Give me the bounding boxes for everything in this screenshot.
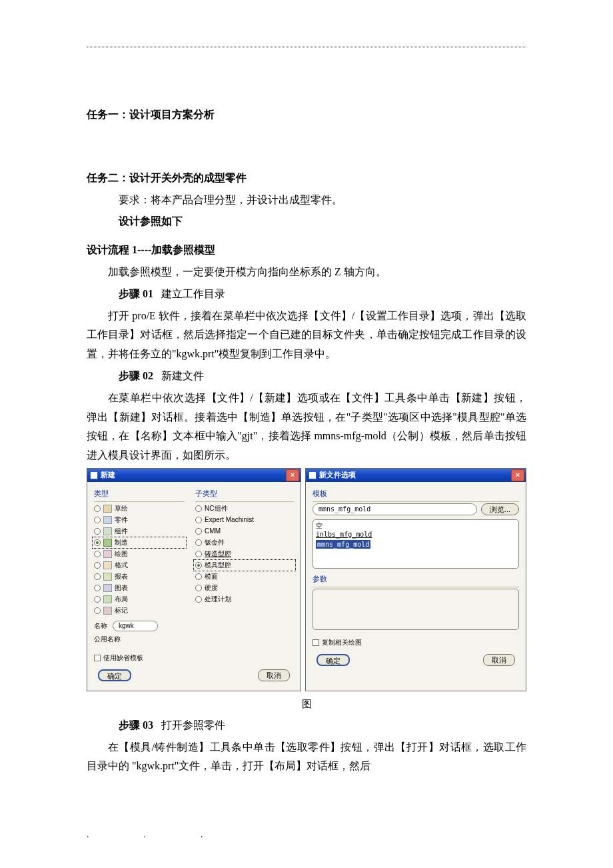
subtype-radio-row[interactable]: 处理计划 [195, 594, 294, 605]
name-row: 名称 kgwk [94, 620, 294, 632]
dialog-icon [90, 471, 98, 479]
header-divider [87, 47, 526, 47]
default-template-checkbox-row[interactable]: 使用缺省模板 [94, 652, 294, 664]
cancel-button[interactable]: 取消 [258, 669, 290, 681]
browse-button[interactable]: 浏览... [481, 503, 519, 515]
task2-requirement: 要求：将本产品合理分型，并设计出成型零件。 [87, 191, 526, 210]
subtype-radio-row[interactable]: Expert Machinist [195, 515, 294, 525]
copy-drawing-label: 复制相关绘图 [322, 637, 362, 649]
public-name-row: 公用名称 [94, 633, 294, 645]
name-label: 名称 [94, 620, 107, 632]
step03-line: 步骤 03 打开参照零件 [87, 716, 526, 735]
step03-label: 步骤 03 [119, 719, 153, 731]
type-radio-row[interactable]: 零件 [94, 515, 185, 525]
dialog-icon [308, 471, 316, 479]
content-area: 任务一：设计项目方案分析 任务二：设计开关外壳的成型零件 要求：将本产品合理分型… [87, 47, 526, 776]
template-row: mmns_mfg_mold 浏览... [312, 503, 519, 515]
type-radio-row-manufacturing[interactable]: 制造 [92, 537, 187, 549]
dialog-new-file-options: 新文件选项 × 模板 mmns_mfg_mold 浏览... 空 inlbs_m… [305, 468, 526, 691]
figures-row: 新建 × 类型 草绘 零件 组件 制造 绘图 [87, 468, 526, 691]
step01-line: 步骤 01 建立工作目录 [87, 285, 526, 304]
close-icon[interactable]: × [511, 469, 524, 481]
footer-marks: . . . [87, 826, 313, 843]
dialog-options-buttons: 确定 取消 [312, 649, 519, 669]
task1-title: 任务一：设计项目方案分析 [87, 105, 526, 125]
type-radio-row[interactable]: 布局 [94, 594, 185, 605]
step01-label: 步骤 01 [119, 288, 153, 299]
checkbox-icon[interactable] [94, 655, 101, 661]
step01-body: 打开 pro/E 软件，接着在菜单栏中依次选择【文件】/【设置工作目录】选项，弹… [87, 307, 526, 364]
dialog-new-titlebar: 新建 × [87, 469, 301, 482]
list-item[interactable]: 空 [316, 521, 516, 530]
close-icon[interactable]: × [286, 469, 299, 481]
params-group-label: 参数 [312, 573, 519, 587]
dialog-new: 新建 × 类型 草绘 零件 组件 制造 绘图 [87, 468, 301, 691]
subtype-radio-row[interactable]: CMM [195, 526, 294, 537]
dialog-new-title: 新建 [101, 469, 286, 482]
default-template-label: 使用缺省模板 [103, 652, 143, 664]
document-page: 任务一：设计项目方案分析 任务二：设计开关外壳的成型零件 要求：将本产品合理分型… [0, 0, 613, 868]
type-radio-group: 草绘 零件 组件 制造 绘图 格式 报表 图表 布局 标记 [94, 503, 185, 616]
flow1-title: 设计流程 1----加载参照模型 [87, 241, 526, 260]
task2-ref-heading: 设计参照如下 [87, 212, 526, 231]
dialog-options-titlebar: 新文件选项 × [306, 469, 526, 482]
step02-line: 步骤 02 新建文件 [87, 367, 526, 386]
template-group-label: 模板 [312, 487, 519, 502]
list-item[interactable]: inlbs_mfg_mold [316, 530, 516, 539]
step02-label: 步骤 02 [119, 370, 153, 381]
type-radio-row[interactable]: 报表 [94, 571, 185, 582]
cancel-button[interactable]: 取消 [483, 654, 515, 666]
subtype-radio-row[interactable]: 模面 [195, 571, 294, 582]
figure-caption: 图 [87, 695, 526, 713]
step03-title: 打开参照零件 [161, 719, 225, 731]
type-radio-row[interactable]: 草绘 [94, 503, 185, 514]
flow1-intro: 加载参照模型，一定要使开模方向指向坐标系的 Z 轴方向。 [87, 263, 526, 282]
footer-dot: . [201, 826, 205, 843]
template-input[interactable]: mmns_mfg_mold [312, 503, 477, 515]
subtype-radio-row[interactable]: 硬度 [195, 583, 294, 593]
step03-body: 在【模具/铸件制造】工具条中单击【选取零件】按钮，弹出【打开】对话框，选取工作目… [87, 738, 526, 777]
group-type-label: 类型 [94, 487, 185, 502]
subtype-radio-row-mold-cavity[interactable]: 模具型腔 [193, 559, 296, 571]
type-radio-row[interactable]: 格式 [94, 560, 185, 571]
checkbox-icon[interactable] [312, 639, 319, 646]
template-listbox[interactable]: 空 inlbs_mfg_mold mmns_mfg_mold [312, 519, 519, 569]
type-radio-row[interactable]: 绘图 [94, 549, 185, 559]
footer-dot: . [87, 826, 91, 843]
task2-title: 任务二：设计开关外壳的成型零件 [87, 169, 526, 188]
step02-body: 在菜单栏中依次选择【文件】/【新建】选项或在【文件】工具条中单击【新建】按钮，弹… [87, 389, 526, 465]
dialog-options-title: 新文件选项 [319, 469, 511, 482]
step02-title: 新建文件 [161, 370, 204, 381]
subtype-radio-group: NC组件 Expert Machinist CMM 钣金件 铸造型腔 模具型腔 … [195, 503, 294, 605]
dialog-new-buttons: 确定 取消 [94, 664, 294, 684]
ok-button[interactable]: 确定 [316, 654, 350, 666]
subtype-radio-row[interactable]: 铸造型腔 [195, 549, 294, 559]
group-subtype-label: 子类型 [195, 487, 294, 502]
copy-drawing-checkbox-row[interactable]: 复制相关绘图 [312, 637, 519, 649]
type-radio-row[interactable]: 组件 [94, 526, 185, 537]
footer-dot: . [144, 826, 148, 843]
params-box [312, 589, 519, 630]
ok-button[interactable]: 确定 [98, 669, 131, 681]
type-radio-row[interactable]: 标记 [94, 605, 185, 616]
list-item-selected[interactable]: mmns_mfg_mold [316, 540, 370, 549]
subtype-radio-row[interactable]: 钣金件 [195, 537, 294, 548]
type-radio-row[interactable]: 图表 [94, 583, 185, 593]
step01-title: 建立工作目录 [161, 288, 225, 299]
subtype-radio-row[interactable]: NC组件 [195, 503, 294, 514]
name-input[interactable]: kgwk [113, 621, 158, 631]
public-name-label: 公用名称 [94, 633, 121, 645]
